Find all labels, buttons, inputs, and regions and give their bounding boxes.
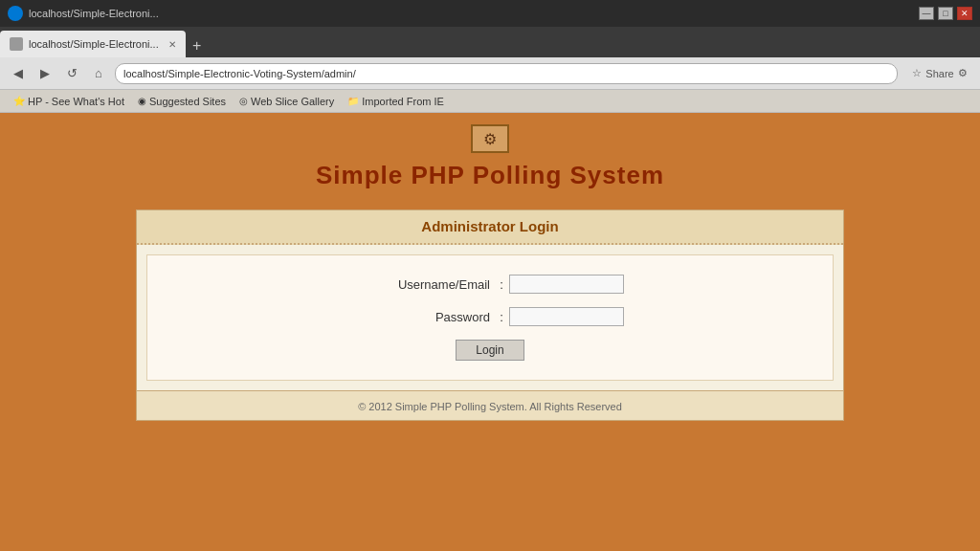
login-header: Administrator Login	[137, 210, 843, 245]
bookmark-slice[interactable]: ◎ Web Slice Gallery	[234, 94, 340, 109]
username-row: Username/Email :	[167, 275, 813, 294]
username-input[interactable]	[509, 275, 624, 294]
login-button[interactable]: Login	[456, 340, 523, 361]
tab-favicon	[10, 37, 23, 51]
window-controls: — □ ✕	[919, 7, 972, 20]
login-body: Username/Email : Password : Login	[146, 254, 834, 381]
share-button[interactable]: Share	[930, 64, 949, 83]
login-btn-row: Login	[167, 340, 813, 361]
password-row: Password :	[167, 307, 813, 326]
bookmark-suggested[interactable]: ◉ Suggested Sites	[132, 94, 232, 109]
address-bar[interactable]: localhost/Simple-Electronic-Voting-Syste…	[115, 63, 898, 84]
bookmark-imported-icon: 📁	[347, 96, 359, 106]
bookmark-hp-label: HP - See What's Hot	[28, 96, 124, 107]
new-tab-button[interactable]: +	[186, 34, 209, 57]
login-footer: © 2012 Simple PHP Polling System. All Ri…	[137, 390, 843, 420]
nav-icons: ☆ Share ⚙	[907, 64, 972, 83]
window-title: localhost/Simple-Electroni...	[29, 8, 159, 19]
username-label: Username/Email	[356, 277, 490, 292]
page-title: Simple PHP Polling System	[316, 161, 664, 190]
favorites-icon[interactable]: ☆	[907, 64, 926, 83]
home-button[interactable]: ⌂	[88, 63, 109, 84]
bookmark-imported[interactable]: 📁 Imported From IE	[342, 94, 450, 109]
bookmark-slice-icon: ◎	[239, 96, 248, 106]
page-content: Simple PHP Polling System Administrator …	[0, 113, 980, 551]
login-header-text: Administrator Login	[421, 218, 558, 234]
close-button[interactable]: ✕	[957, 7, 972, 20]
back-button[interactable]: ◀	[8, 63, 29, 84]
active-tab[interactable]: localhost/Simple-Electroni... ✕	[0, 31, 186, 57]
bookmarks-bar: ⭐ HP - See What's Hot ◉ Suggested Sites …	[0, 90, 980, 113]
tools-icon[interactable]: ⚙	[953, 64, 972, 83]
bookmark-hp[interactable]: ⭐ HP - See What's Hot	[8, 94, 130, 109]
bookmark-suggested-icon: ◉	[138, 96, 146, 106]
tab-bar: localhost/Simple-Electroni... ✕ +	[0, 27, 980, 57]
username-sep: :	[494, 277, 509, 292]
tab-label: localhost/Simple-Electroni...	[29, 38, 159, 50]
bookmark-imported-label: Imported From IE	[362, 96, 444, 107]
url-text: localhost/Simple-Electronic-Voting-Syste…	[123, 68, 356, 79]
tab-close-button[interactable]: ✕	[168, 39, 176, 50]
login-container: Administrator Login Username/Email : Pas…	[136, 209, 844, 421]
title-bar: localhost/Simple-Electroni... — □ ✕	[0, 0, 980, 27]
forward-button[interactable]: ▶	[34, 63, 56, 84]
browser-icon	[8, 6, 23, 21]
nav-bar: ◀ ▶ ↺ ⌂ localhost/Simple-Electronic-Voti…	[0, 57, 980, 90]
password-input[interactable]	[509, 307, 624, 326]
logo-icon	[471, 124, 509, 153]
bookmark-slice-label: Web Slice Gallery	[251, 96, 334, 107]
footer-text: © 2012 Simple PHP Polling System. All Ri…	[358, 401, 622, 412]
bookmark-suggested-label: Suggested Sites	[149, 96, 226, 107]
password-sep: :	[494, 310, 509, 324]
bookmark-hp-icon: ⭐	[13, 96, 25, 106]
password-label: Password	[356, 310, 490, 324]
minimize-button[interactable]: —	[919, 7, 934, 20]
maximize-button[interactable]: □	[938, 7, 953, 20]
refresh-button[interactable]: ↺	[61, 63, 82, 84]
